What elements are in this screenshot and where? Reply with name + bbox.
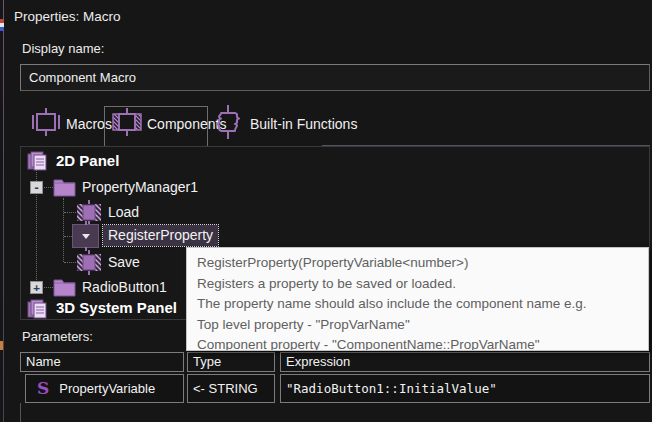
builtin-function-icon: [213, 104, 243, 140]
panel-pages-icon[interactable]: [26, 297, 50, 321]
param-expression-cell[interactable]: "RadioButton1::InitialValue": [280, 374, 650, 403]
component-block-icon[interactable]: [76, 250, 102, 275]
tree-item-2d-panel-label[interactable]: 2D Panel: [56, 152, 119, 169]
tree-item-save-label[interactable]: Save: [108, 254, 140, 270]
tree-item-radiobutton1-label[interactable]: RadioButton1: [82, 279, 167, 295]
table-left-border: [20, 403, 21, 422]
dropdown-caret-icon[interactable]: [72, 224, 99, 248]
component-icon: [111, 107, 143, 137]
tree-connector: [63, 198, 64, 262]
properties-panel: Properties: Macro Display name: Componen…: [0, 0, 652, 422]
tab-macros[interactable]: [31, 107, 61, 137]
panel-title: Properties: Macro: [14, 9, 121, 24]
string-type-icon: S: [37, 375, 49, 402]
tree-item-propertymanager1-label[interactable]: PropertyManager1: [82, 179, 198, 195]
parameters-label: Parameters:: [22, 329, 93, 344]
tree-connector: [64, 236, 72, 237]
tooltip-line: Component property - "ComponentName::Pro…: [197, 335, 642, 351]
tab-macros-label[interactable]: Macros: [66, 116, 112, 132]
column-header-name: Name: [20, 352, 184, 372]
param-type-cell[interactable]: <- STRING: [187, 374, 275, 403]
folder-icon[interactable]: [52, 276, 77, 297]
column-header-expression: Expression: [280, 352, 650, 372]
panel-pages-icon: [26, 149, 50, 173]
edge-marker-blue: [0, 27, 4, 31]
tree-item-2d-panel[interactable]: [26, 149, 50, 173]
tooltip-line: The property name should also include th…: [197, 294, 642, 315]
tree-connector: [36, 195, 37, 282]
collapse-expander-minus[interactable]: -: [30, 181, 43, 194]
tree-item-load-label[interactable]: Load: [108, 204, 139, 220]
tooltip-line: Top level property - "PropVarName": [197, 315, 642, 336]
tree-item-registerproperty-label[interactable]: RegisterProperty: [103, 225, 218, 246]
tab-builtin-functions-label[interactable]: Built-in Functions: [250, 116, 357, 132]
display-name-label: Display name:: [22, 41, 104, 56]
column-header-type: Type: [187, 352, 275, 372]
collapse-expander-plus[interactable]: +: [30, 281, 43, 294]
param-name-value: PropertyVariable: [59, 375, 155, 402]
param-name-cell[interactable]: S PropertyVariable: [25, 374, 184, 403]
edge-marker-orange: [0, 341, 3, 350]
tree-item-3d-system-panel-label[interactable]: 3D System Panel: [56, 299, 177, 316]
tab-components[interactable]: [111, 107, 143, 137]
macro-icon: [31, 107, 61, 137]
folder-icon[interactable]: [52, 176, 77, 197]
tooltip-line: RegisterProperty(PropertyVariable<number…: [197, 253, 642, 274]
icon-pin: [85, 221, 87, 225]
tab-builtin-functions[interactable]: [213, 104, 243, 140]
panel-edge-divider[interactable]: [3, 0, 4, 422]
display-name-input[interactable]: Component Macro: [20, 64, 650, 91]
tree-connector: [64, 212, 76, 213]
tree-connector: [64, 262, 76, 263]
tooltip-line: Registers a property to be saved or load…: [197, 274, 642, 295]
caret-down-icon: [82, 234, 90, 239]
function-tooltip: RegisterProperty(PropertyVariable<number…: [186, 247, 649, 351]
component-block-icon[interactable]: [76, 200, 102, 225]
